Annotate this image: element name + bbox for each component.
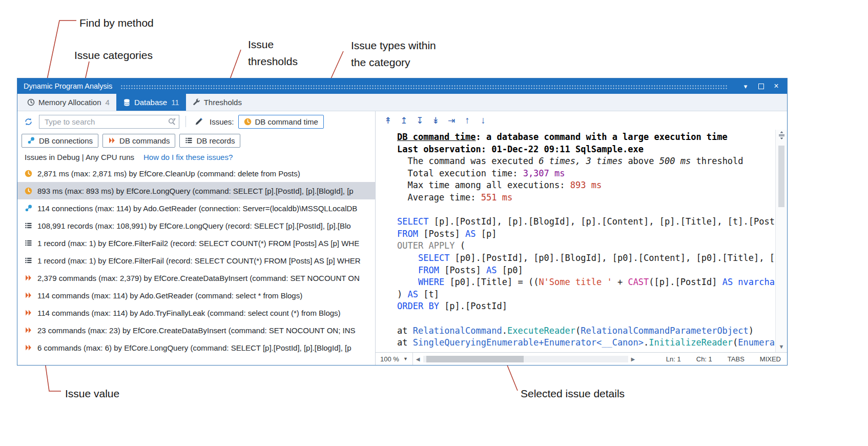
details-statusbar: 100 % ▼ ◀ ▶ Ln: 1 Ch: 1 TABS MIXED [376, 352, 787, 365]
wrench-icon [193, 98, 200, 106]
code-segment: [p].[PostId] [439, 301, 507, 311]
issue-row[interactable]: 2,379 commands (max: 2,379) by EfCore.Cr… [17, 269, 375, 287]
vscrollbar-thumb[interactable] [778, 146, 784, 207]
code-segment [397, 277, 418, 287]
screenshot-canvas: Find by method Issue categories Issue th… [0, 0, 868, 446]
code-segment: at [397, 337, 413, 348]
issue-row[interactable]: 1 record (max: 1) by EfCore.FilterFail2 … [17, 234, 375, 252]
splitter-icon[interactable] [778, 131, 785, 139]
follow-selection-icon[interactable]: ⇥ [444, 114, 459, 127]
code-segment: + [612, 277, 628, 287]
tab-thresholds[interactable]: Thresholds [186, 94, 249, 111]
annotation-find-by-method: Find by method [79, 14, 154, 31]
search-filter-icon[interactable] [168, 117, 176, 126]
search-input[interactable] [44, 117, 168, 127]
clock-dark-icon [27, 98, 35, 106]
details-line: at SingleQueryingEnumerable+Enumerator<_… [397, 337, 775, 349]
issue-row[interactable]: 6 commands (max: 6) by EfCore.LongQuery … [17, 339, 375, 356]
code-segment: ( [575, 326, 581, 336]
code-segment: FROM [418, 265, 439, 275]
help-link[interactable]: How do I fix these issues? [143, 153, 233, 161]
filter-chip-db-commands[interactable]: DB commands [102, 134, 175, 148]
filter-chip-db-records[interactable]: DB records [179, 134, 240, 148]
maximize-button[interactable] [755, 80, 767, 92]
tabs-indicator: TABS [728, 355, 745, 363]
details-line: ) AS [t] [397, 289, 775, 301]
issue-row-text: 108,991 records (max: 108,991) by EfCore… [37, 221, 351, 230]
clock-icon [24, 187, 33, 195]
issue-row[interactable]: 108,991 records (max: 108,991) by EfCore… [17, 217, 375, 234]
code-segment: Average time: [397, 192, 481, 202]
details-line: WHERE [p0].[Title] = ((N'Some title ' + … [397, 276, 775, 289]
mode-indicator: MIXED [760, 355, 781, 363]
tab-label: Database [134, 98, 167, 107]
issue-row-text: 1 record (max: 1) by EfCore.FilterFail (… [37, 256, 361, 265]
details-toolbar: ↟↥↧↡⇥↑↓ [376, 111, 787, 130]
issue-row-text: 114 connections (max: 114) by Ado.GetRea… [37, 204, 357, 213]
details-line: Max time among all executions: 893 ms [397, 179, 775, 192]
main-split: Issues: DB command time DB connectionsDB… [17, 111, 787, 365]
code-segment [581, 156, 586, 166]
details-line [397, 313, 775, 325]
issue-row[interactable]: 114 connections (max: 114) by Ado.GetRea… [17, 199, 375, 217]
commands-icon [24, 274, 33, 281]
next-item-icon[interactable]: ↧ [412, 114, 427, 127]
issue-type-chip-label: DB command time [255, 117, 318, 126]
navigate-up-icon[interactable]: ↑ [460, 114, 474, 127]
scroll-right-arrow-icon[interactable]: ▶ [628, 356, 638, 362]
code-segment: CAST [628, 277, 649, 287]
db-command-time-link[interactable]: DB command time [397, 132, 476, 142]
scroll-to-bottom-icon[interactable]: ↡ [428, 114, 443, 127]
previous-item-icon[interactable]: ↥ [397, 114, 411, 127]
navigate-down-icon[interactable]: ↓ [476, 114, 490, 127]
commands-icon [24, 344, 33, 351]
details-line: FROM [Posts] AS [p0] [397, 265, 775, 277]
details-line: ORDER BY [p].[PostId] [397, 300, 775, 313]
commands-icon [24, 327, 33, 334]
issue-row[interactable]: 1 record (max: 1) by EfCore.FilterFail (… [17, 252, 375, 269]
issue-row[interactable]: 114 commands (max: 114) by Ado.GetReader… [17, 287, 375, 304]
code-segment: 500 ms [659, 156, 691, 166]
code-segment: nvarchar(11)) [733, 277, 775, 287]
issue-row[interactable]: 23 commands (max: 23) by EfCore.CreateDa… [17, 321, 375, 339]
issue-row-text: 2,871 ms (max: 2,871 ms) by EfCore.Clean… [37, 169, 300, 178]
issue-row[interactable]: 2,871 ms (max: 2,871 ms) by EfCore.Clean… [17, 165, 375, 182]
issue-type-chip-db-command-time[interactable]: DB command time [238, 115, 324, 129]
refresh-button[interactable] [22, 115, 35, 128]
details-line: FROM [Posts] AS [p] [397, 228, 775, 240]
scroll-left-arrow-icon[interactable]: ◀ [413, 356, 423, 362]
chevron-down-icon: ▾ [744, 83, 748, 90]
issue-row-text: 2,379 commands (max: 2,379) by EfCore.Cr… [37, 274, 360, 282]
issue-row[interactable]: 893 ms (max: 893 ms) by EfCore.LongQuery… [17, 182, 375, 199]
horizontal-scrollbar[interactable] [423, 356, 628, 362]
issue-details-text: DB command time: a database command with… [376, 130, 775, 352]
titlebar-grip[interactable] [120, 85, 728, 89]
hscrollbar-thumb[interactable] [426, 356, 524, 362]
zoom-select[interactable]: 100 % ▼ [376, 353, 413, 365]
window-menu-button[interactable]: ▾ [740, 80, 751, 92]
maximize-icon [758, 84, 764, 89]
highlight-issues-button[interactable] [192, 115, 205, 128]
vertical-scrollbar[interactable]: ▼ [775, 130, 787, 352]
details-line: OUTER APPLY ( [397, 240, 775, 252]
close-icon: × [774, 82, 778, 91]
tab-database[interactable]: Database11 [116, 94, 186, 111]
dynamic-program-analysis-window: Dynamic Program Analysis ▾ × Memory Allo… [17, 78, 788, 366]
column-indicator: Ch: 1 [696, 355, 712, 363]
tab-memory-allocation[interactable]: Memory Allocation4 [20, 94, 116, 111]
filter-chip-label: DB commands [119, 136, 170, 145]
close-button[interactable]: × [771, 80, 782, 92]
issue-row[interactable]: 114 commands (max: 114) by Ado.TryFinall… [17, 304, 375, 321]
details-line: SELECT [p].[PostId], [p].[BlogId], [p].[… [397, 216, 775, 228]
issue-list: 2,871 ms (max: 2,871 ms) by EfCore.Clean… [17, 165, 375, 365]
issue-row-text: 114 commands (max: 114) by Ado.GetReader… [37, 291, 302, 300]
filter-chip-db-connections[interactable]: DB connections [22, 134, 98, 148]
scroll-to-top-icon[interactable]: ↟ [381, 114, 395, 127]
scroll-down-arrow-icon[interactable]: ▼ [779, 343, 784, 350]
toolbar-separator [185, 116, 186, 127]
records-icon [24, 222, 33, 229]
zoom-value: 100 % [380, 355, 399, 363]
commands-icon [24, 309, 33, 316]
details-line: The command was executed 6 times, 3 time… [397, 155, 775, 168]
code-segment: RelationalCommand [413, 326, 502, 336]
